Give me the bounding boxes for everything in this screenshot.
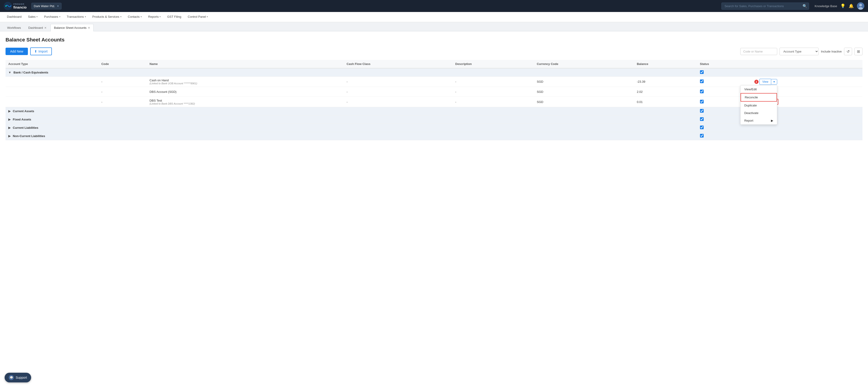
knowledge-base-link[interactable]: Knowledge Base — [814, 4, 837, 8]
col-name: Name — [147, 60, 344, 68]
purchases-caret: ▾ — [59, 15, 60, 18]
group-checkbox-fixed-assets[interactable] — [700, 117, 704, 121]
nav-item-reports[interactable]: Reports ▾ — [145, 12, 164, 22]
col-actions — [752, 60, 863, 68]
cell-name-dbs: DBS Account (SGD) — [147, 87, 344, 97]
col-currency: Currency Code — [534, 60, 634, 68]
svg-point-3 — [859, 4, 862, 6]
group-label-current-assets: ▶ Current Assets — [5, 107, 697, 116]
col-balance: Balance — [634, 60, 697, 68]
help-icon[interactable]: 💡 — [840, 3, 845, 8]
group-checkbox-current-assets[interactable] — [700, 109, 704, 112]
cell-type-dbs — [5, 87, 99, 97]
export-button[interactable]: ⊞ — [855, 48, 863, 55]
cell-balance-cash: -23.39 — [634, 77, 697, 87]
action-badge-2: 2 — [754, 80, 758, 84]
filter-type-select[interactable]: Account Type Bank / Cash Equivalents Cur… — [779, 48, 819, 55]
group-row-fixed-assets: ▶ Fixed Assets — [5, 116, 863, 124]
context-menu-duplicate[interactable]: Duplicate — [741, 102, 777, 109]
cell-cashflow-dbstest: - — [344, 97, 453, 107]
account-name-dbs: DBS Account (SGD) — [150, 90, 341, 94]
cell-currency-dbs: SGD — [534, 87, 634, 97]
company-dropdown-arrow: ▼ — [57, 5, 59, 7]
notifications-icon[interactable]: 🔔 — [849, 3, 854, 8]
status-checkbox-cash[interactable] — [700, 79, 704, 83]
col-status: Status — [697, 60, 752, 68]
context-menu: View/Edit Reconcile Duplicate Deactivate — [740, 85, 777, 125]
group-checkbox-bank[interactable] — [700, 70, 704, 74]
col-cashflow: Cash Flow Class — [344, 60, 453, 68]
control-caret: ▾ — [207, 15, 208, 18]
cell-currency-dbstest: SGD — [534, 97, 634, 107]
svg-point-1 — [5, 5, 7, 7]
brand-name: financio — [13, 5, 27, 9]
group-label-current-liabilities: ▶ Current Liabilities — [5, 124, 697, 132]
cell-code-dbs: - — [99, 87, 147, 97]
duplicate-label: Duplicate — [744, 104, 757, 107]
cell-name-dbstest: DBS Test (Linked to Bank DBS Account ***… — [147, 97, 344, 107]
group-toggle-current-assets[interactable]: ▶ — [8, 109, 10, 113]
context-menu-reconcile[interactable]: Reconcile — [741, 93, 777, 102]
group-row-current-assets: ▶ Current Assets — [5, 107, 863, 116]
page-content: Balance Sheet Accounts Add New ⬆ Import … — [0, 31, 868, 387]
company-selector[interactable]: Dark Water Ptd. ▼ — [31, 3, 62, 9]
cell-code-cash: - — [99, 77, 147, 87]
tab-balance-sheet[interactable]: Balance Sheet Accounts ✕ — [51, 24, 94, 31]
support-icon: 💬 — [9, 375, 14, 380]
nav-item-products[interactable]: Products & Services ▾ — [89, 12, 125, 22]
account-sub-dbstest: (Linked to Bank DBS Account *****1382) — [150, 102, 341, 105]
context-menu-deactivate[interactable]: Deactivate — [741, 109, 777, 117]
nav-item-dashboard[interactable]: Dashboard — [4, 12, 25, 22]
import-button[interactable]: ⬆ Import — [30, 47, 52, 55]
context-menu-view-edit[interactable]: View/Edit — [741, 86, 777, 93]
view-split-cash[interactable]: ▼ — [771, 79, 777, 85]
context-menu-report[interactable]: Report ▶ — [741, 117, 777, 124]
cell-type-cash — [5, 77, 99, 87]
search-bar: 🔍 — [721, 3, 809, 10]
nav-item-sales[interactable]: Sales ▾ — [25, 12, 41, 22]
table-row-dbs-sgd: - DBS Account (SGD) - - SGD 2.02 View ▼ — [5, 87, 863, 97]
financio-logo[interactable] — [4, 2, 12, 10]
user-avatar[interactable] — [857, 2, 864, 10]
cell-name-cash: Cash on Hand (Linked to Bank UOB Account… — [147, 77, 344, 87]
view-button-cash[interactable]: View — [760, 79, 771, 85]
cell-currency-cash: SGD — [534, 77, 634, 87]
premier-label: PREMIER — [13, 3, 25, 5]
table-row-dbs-test: - DBS Test (Linked to Bank DBS Account *… — [5, 97, 863, 107]
tab-workflows-label: Workflows — [7, 26, 21, 30]
nav-item-contacts[interactable]: Contacts ▾ — [125, 12, 145, 22]
filter-code-input[interactable] — [740, 48, 777, 55]
group-label-bank: ▼ Bank / Cash Equivalents — [5, 68, 697, 77]
group-checkbox-current-liabilities[interactable] — [700, 126, 704, 129]
status-checkbox-dbs[interactable] — [700, 90, 704, 93]
group-row-bank: ▼ Bank / Cash Equivalents — [5, 68, 863, 77]
nav-item-gst[interactable]: GST Filing — [164, 12, 184, 22]
accounts-table: Account Type Code Name Cash Flow Class D… — [5, 60, 863, 140]
nav-item-control[interactable]: Control Panel ▾ — [185, 12, 211, 22]
tab-bsa-close[interactable]: ✕ — [88, 27, 90, 29]
tab-workflows[interactable]: Workflows — [4, 24, 25, 31]
account-name-dbstest: DBS Test — [150, 99, 341, 102]
group-row-current-liabilities: ▶ Current Liabilities — [5, 124, 863, 132]
group-checkbox-noncurrent-liabilities[interactable] — [700, 134, 704, 137]
group-status-noncurrent-liabilities — [697, 132, 752, 140]
group-toggle-current-liabilities[interactable]: ▶ — [8, 126, 10, 129]
add-new-button[interactable]: Add New — [5, 48, 28, 55]
nav-item-transactions[interactable]: Transactions ▾ — [64, 12, 89, 22]
group-toggle-fixed-assets[interactable]: ▶ — [8, 118, 10, 121]
group-status-current-liabilities — [697, 124, 752, 132]
group-row-noncurrent-liabilities: ▶ Non-Current Liabilities — [5, 132, 863, 140]
nav-item-purchases[interactable]: Purchases ▾ — [41, 12, 63, 22]
tab-dashboard-close[interactable]: ✕ — [44, 27, 46, 29]
search-input[interactable] — [721, 3, 809, 10]
refresh-button[interactable]: ↺ — [844, 48, 852, 55]
products-caret: ▾ — [120, 15, 121, 18]
tab-dashboard[interactable]: Dashboard ✕ — [25, 24, 50, 31]
status-checkbox-dbstest[interactable] — [700, 100, 704, 103]
group-toggle-noncurrent-liabilities[interactable]: ▶ — [8, 134, 10, 138]
group-label-noncurrent-liabilities: ▶ Non-Current Liabilities — [5, 132, 697, 140]
search-icon[interactable]: 🔍 — [803, 4, 807, 8]
group-toggle-bank[interactable]: ▼ — [8, 71, 11, 74]
support-button[interactable]: 💬 Support — [5, 373, 31, 382]
tab-dashboard-label: Dashboard — [28, 26, 43, 30]
